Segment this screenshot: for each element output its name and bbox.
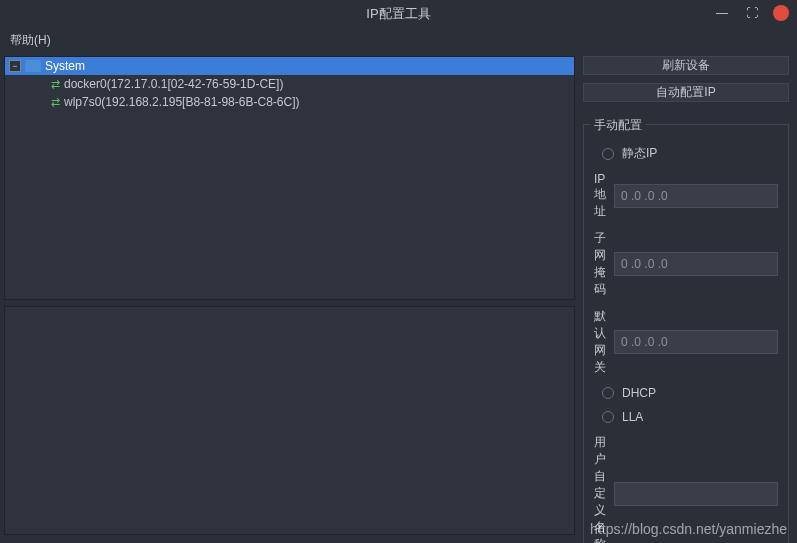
titlebar: IP配置工具 — ⛶ xyxy=(0,0,797,28)
left-column: − System ⇄ docker0(172.17.0.1[02-42-76-5… xyxy=(4,56,575,535)
tree-root-system[interactable]: − System xyxy=(5,57,574,75)
window-title: IP配置工具 xyxy=(0,5,797,23)
auto-config-ip-button[interactable]: 自动配置IP xyxy=(583,83,789,102)
gateway-label: 默认网关 xyxy=(594,308,606,376)
static-ip-row[interactable]: 静态IP xyxy=(594,145,778,162)
network-adapter-icon: ⇄ xyxy=(51,96,60,109)
device-tree[interactable]: − System ⇄ docker0(172.17.0.1[02-42-76-5… xyxy=(4,56,575,300)
static-ip-label: 静态IP xyxy=(622,145,657,162)
menu-help[interactable]: 帮助(H) xyxy=(10,32,51,49)
tree-item-label: docker0(172.17.0.1[02-42-76-59-1D-CE]) xyxy=(64,77,283,91)
close-button[interactable] xyxy=(773,5,789,21)
subnet-mask-row: 子网掩码 xyxy=(594,230,778,298)
gateway-input[interactable] xyxy=(614,330,778,354)
custom-name-label: 用户自定义名称 xyxy=(594,434,606,543)
lla-row[interactable]: LLA xyxy=(594,410,778,424)
tree-item-docker0[interactable]: ⇄ docker0(172.17.0.1[02-42-76-59-1D-CE]) xyxy=(5,75,574,93)
host-icon xyxy=(25,60,41,72)
ip-address-label: IP地址 xyxy=(594,172,606,220)
custom-name-row: 用户自定义名称 xyxy=(594,434,778,543)
subnet-mask-label: 子网掩码 xyxy=(594,230,606,298)
radio-dhcp[interactable] xyxy=(602,387,614,399)
radio-lla[interactable] xyxy=(602,411,614,423)
menubar: 帮助(H) xyxy=(0,28,797,52)
manual-config-title: 手动配置 xyxy=(590,117,646,134)
dhcp-row[interactable]: DHCP xyxy=(594,386,778,400)
dhcp-label: DHCP xyxy=(622,386,656,400)
gateway-row: 默认网关 xyxy=(594,308,778,376)
tree-root-label: System xyxy=(45,59,85,73)
custom-name-input[interactable] xyxy=(614,482,778,506)
ip-address-row: IP地址 xyxy=(594,172,778,220)
manual-config-panel: 手动配置 静态IP IP地址 子网掩码 默认网关 DHCP xyxy=(583,124,789,543)
minimize-button[interactable]: — xyxy=(713,4,731,22)
tree-item-wlp7s0[interactable]: ⇄ wlp7s0(192.168.2.195[B8-81-98-6B-C8-6C… xyxy=(5,93,574,111)
tree-item-label: wlp7s0(192.168.2.195[B8-81-98-6B-C8-6C]) xyxy=(64,95,299,109)
lla-label: LLA xyxy=(622,410,643,424)
network-adapter-icon: ⇄ xyxy=(51,78,60,91)
details-panel xyxy=(4,306,575,535)
content: − System ⇄ docker0(172.17.0.1[02-42-76-5… xyxy=(0,52,797,543)
radio-static-ip[interactable] xyxy=(602,148,614,160)
ip-address-input[interactable] xyxy=(614,184,778,208)
maximize-button[interactable]: ⛶ xyxy=(743,4,761,22)
subnet-mask-input[interactable] xyxy=(614,252,778,276)
right-column: 刷新设备 自动配置IP 手动配置 静态IP IP地址 子网掩码 默认网关 xyxy=(583,56,789,535)
refresh-devices-button[interactable]: 刷新设备 xyxy=(583,56,789,75)
window-controls: — ⛶ xyxy=(713,4,789,22)
collapse-icon[interactable]: − xyxy=(9,60,21,72)
